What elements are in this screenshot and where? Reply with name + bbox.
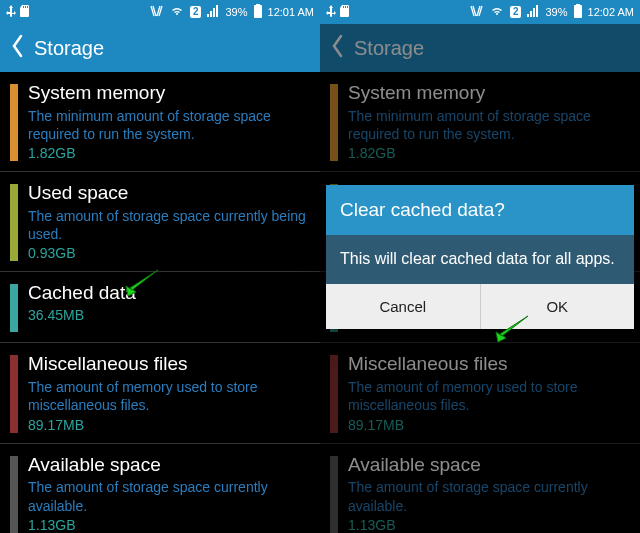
item-size: 1.13GB (28, 517, 308, 533)
wifi-icon (490, 5, 504, 19)
clock-text: 12:01 AM (268, 6, 314, 18)
app-header: Storage (320, 24, 640, 72)
app-header: Storage (0, 24, 320, 72)
item-desc: The amount of storage space currently av… (348, 478, 628, 514)
dialog-body: This will clear cached data for all apps… (326, 235, 634, 284)
item-size: 89.17MB (28, 417, 308, 433)
item-desc: The amount of storage space currently be… (28, 207, 308, 243)
swatch (10, 355, 18, 432)
item-desc: The minimum amount of storage space requ… (28, 107, 308, 143)
item-title: System memory (348, 82, 628, 105)
wifi-icon (170, 5, 184, 19)
item-system-memory: System memory The minimum amount of stor… (320, 72, 640, 172)
item-used-space[interactable]: Used space The amount of storage space c… (0, 172, 320, 272)
storage-list: System memory The minimum amount of stor… (0, 72, 320, 533)
swatch (330, 355, 338, 432)
item-size: 36.45MB (28, 307, 308, 323)
item-misc-files[interactable]: Miscellaneous files The amount of memory… (0, 343, 320, 443)
item-title: Miscellaneous files (28, 353, 308, 376)
signal-icon (527, 5, 539, 19)
status-bar: 2 39% 12:01 AM (0, 0, 320, 24)
battery-icon (574, 4, 582, 20)
status-bar: 2 39% 12:02 AM (320, 0, 640, 24)
item-available-space: Available space The amount of storage sp… (320, 444, 640, 533)
battery-text: 39% (545, 6, 567, 18)
usb-icon (6, 5, 16, 19)
clear-cache-dialog: Clear cached data? This will clear cache… (326, 185, 634, 329)
item-desc: The amount of storage space currently av… (28, 478, 308, 514)
item-cached-data[interactable]: Cached data 36.45MB (0, 272, 320, 343)
item-title: System memory (28, 82, 308, 105)
back-button[interactable] (10, 34, 24, 63)
sim-badge: 2 (190, 6, 202, 18)
signal-icon (207, 5, 219, 19)
sd-icon (340, 5, 350, 19)
swatch (10, 284, 18, 332)
dialog-actions: Cancel OK (326, 284, 634, 329)
nfc-icon (150, 5, 164, 19)
sim-badge: 2 (510, 6, 522, 18)
cancel-button[interactable]: Cancel (326, 284, 480, 329)
item-system-memory[interactable]: System memory The minimum amount of stor… (0, 72, 320, 172)
item-size: 1.82GB (348, 145, 628, 161)
item-misc-files: Miscellaneous files The amount of memory… (320, 343, 640, 443)
sd-icon (20, 5, 30, 19)
back-button[interactable] (330, 34, 344, 63)
battery-icon (254, 4, 262, 20)
item-size: 89.17MB (348, 417, 628, 433)
nfc-icon (470, 5, 484, 19)
swatch (10, 84, 18, 161)
item-desc: The minimum amount of storage space requ… (348, 107, 628, 143)
item-available-space[interactable]: Available space The amount of storage sp… (0, 444, 320, 533)
annotation-arrow (488, 312, 530, 344)
item-size: 0.93GB (28, 245, 308, 261)
dialog-title: Clear cached data? (326, 185, 634, 235)
phone-left: 2 39% 12:01 AM Storage System memory The… (0, 0, 320, 533)
swatch (330, 84, 338, 161)
item-size: 1.82GB (28, 145, 308, 161)
item-size: 1.13GB (348, 517, 628, 533)
battery-text: 39% (225, 6, 247, 18)
swatch (10, 456, 18, 533)
item-title: Available space (28, 454, 308, 477)
item-desc: The amount of memory used to store misce… (348, 378, 628, 414)
item-title: Available space (348, 454, 628, 477)
clock-text: 12:02 AM (588, 6, 634, 18)
item-title: Used space (28, 182, 308, 205)
swatch (330, 456, 338, 533)
item-title: Miscellaneous files (348, 353, 628, 376)
phone-right: 2 39% 12:02 AM Storage System memory The… (320, 0, 640, 533)
page-title: Storage (354, 37, 424, 60)
item-desc: The amount of memory used to store misce… (28, 378, 308, 414)
annotation-arrow (118, 266, 160, 298)
swatch (10, 184, 18, 261)
page-title: Storage (34, 37, 104, 60)
usb-icon (326, 5, 336, 19)
item-title: Cached data (28, 282, 308, 305)
